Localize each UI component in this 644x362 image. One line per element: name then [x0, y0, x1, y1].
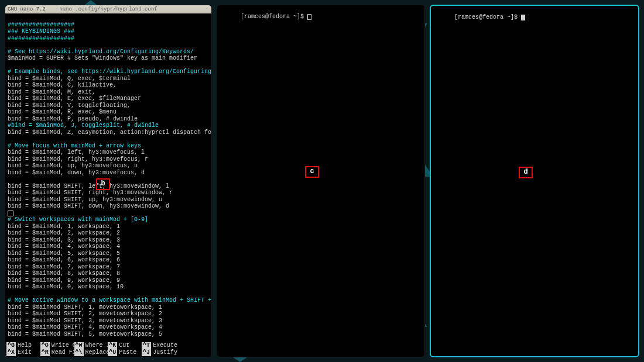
config-line: bind = $mainMod, R, exec, $menu	[8, 109, 117, 115]
config-line: bind = $mainMod, 7, workspace, 7	[8, 264, 120, 270]
config-line: bind = $mainMod SHIFT, right, hy3:movewi…	[8, 189, 173, 196]
config-line: bind = $mainMod, 5, workspace, 5	[8, 250, 120, 257]
config-line: bind = $mainMod, Q, exec, $terminal	[8, 75, 131, 82]
workspace: GNU nano 7.2 nano .config/hypr/hyprland.…	[0, 0, 644, 362]
config-line: bind = $mainMod SHIFT, 1, movetoworkspac…	[8, 304, 162, 311]
config-line: bind = $mainMod, 6, workspace, 6	[8, 257, 120, 263]
config-line: bind = $mainMod SHIFT, 3, movetoworkspac…	[8, 318, 162, 324]
config-line: bind = $mainMod SHIFT, up, hy3:movewindo…	[8, 196, 162, 203]
config-line: bind = $mainMod, M, exit,	[8, 89, 95, 95]
config-line: bind = $mainMod SHIFT, 4, movetoworkspac…	[8, 324, 162, 330]
config-line: bind = $mainMod, E, exec, $fileManager	[8, 95, 141, 102]
config-line: bind = $mainMod SHIFT, down, hy3:movewin…	[8, 203, 169, 209]
terminal-body-right[interactable]: [ramces@fedora ~]$ d	[431, 6, 638, 356]
nano-version: GNU nano 7.2	[8, 6, 46, 12]
marker-b: b	[96, 178, 110, 190]
terminal-nano[interactable]: GNU nano 7.2 nano .config/hypr/hyprland.…	[5, 5, 212, 357]
terminal-right-active[interactable]: [ramces@fedora ~]$ d	[430, 5, 639, 357]
comment-line: # See https://wiki.hyprland.org/Configur…	[8, 49, 194, 55]
config-line: bind = $mainMod, 2, workspace, 2	[8, 230, 120, 236]
config-line: bind = $mainMod SHIFT, 2, movetoworkspac…	[8, 311, 162, 317]
footer-help[interactable]: ^GHelp	[6, 342, 40, 349]
window-title: nano .config/hypr/hyprland.conf	[59, 6, 157, 12]
comment-line: # Switch workspaces with mainMod + [0-9]	[8, 216, 148, 223]
config-line: bind = $mainMod, 4, workspace, 4	[8, 243, 120, 250]
prompt: [ramces@fedora ~]$	[454, 14, 521, 20]
cursor	[8, 211, 13, 216]
footer-paste[interactable]: ^UPaste	[108, 349, 142, 356]
config-line: bind = $mainMod SHIFT, 5, movetoworkspac…	[8, 331, 162, 337]
terminal-center[interactable]: [ramces@fedora ~]$ c	[217, 5, 425, 357]
titlebar: GNU nano 7.2 nano .config/hypr/hyprland.…	[5, 5, 211, 13]
footer-execute[interactable]: ^TExecute	[142, 342, 176, 349]
marker-c: c	[305, 166, 319, 178]
decor-line: ###################	[8, 35, 74, 42]
footer-writeout[interactable]: ^OWrite Out	[40, 342, 74, 349]
nano-footer: ^GHelp ^OWrite Out ^WWhere Is ^KCut ^TEx…	[5, 342, 211, 357]
marker-d: d	[519, 167, 533, 178]
footer-exit[interactable]: ^XExit	[6, 349, 40, 356]
config-line: bind = $mainMod, V, togglefloating,	[8, 102, 131, 109]
config-line: bind = $mainMod, 0, workspace, 10	[8, 284, 124, 290]
decor-line: ### KEYBINDINGS ###	[8, 28, 74, 35]
config-line: bind = $mainMod, 9, workspace, 9	[8, 277, 120, 284]
cursor	[521, 15, 525, 20]
config-line: bind = $mainMod, 3, workspace, 3	[8, 237, 120, 243]
terminal-body-center[interactable]: [ramces@fedora ~]$ c	[217, 5, 424, 357]
cursor	[307, 14, 311, 20]
config-line: bind = $mainMod, 1, workspace, 1	[8, 223, 120, 230]
config-line: bind = $mainMod, up, hy3:movefocus, u	[8, 163, 138, 169]
footer-readfile[interactable]: ^RRead File	[40, 349, 74, 356]
config-line: bind = $mainMod, left, hy3:movefocus, l	[8, 149, 145, 156]
editor-body[interactable]: ################### ### KEYBINDINGS ### …	[5, 13, 211, 357]
config-line: bind = $mainMod, down, hy3:movefocus, d	[8, 170, 145, 176]
config-line: bind = $mainMod, right, hy3:movefocus, r	[8, 156, 148, 163]
comment-line: # Move focus with mainMod + arrow keys	[8, 143, 141, 149]
config-line: bind = $mainMod SHIFT, left, hy3:movewin…	[8, 183, 169, 189]
commented-config-line: #bind = $mainMod, J, togglesplit, # dwin…	[8, 122, 159, 129]
comment-line: # Move active window to a workspace with…	[8, 297, 211, 304]
footer-replace[interactable]: ^\Replace	[74, 349, 108, 356]
footer-cut[interactable]: ^KCut	[108, 342, 142, 349]
comment-line: # Example binds, see https://wiki.hyprla…	[8, 68, 211, 75]
config-line: $mainMod = SUPER # Sets "Windows" key as…	[8, 55, 197, 61]
config-line: bind = $mainMod, 8, workspace, 8	[8, 270, 120, 277]
config-line: bind = $mainMod, C, killactive,	[8, 82, 117, 88]
config-line: bind = $mainMod, Z, easymotion, action:h…	[8, 129, 211, 136]
decor-line: ###################	[8, 22, 74, 28]
config-line: bind = $mainMod, P, pseudo, # dwindle	[8, 116, 138, 122]
prompt: [ramces@fedora ~]$	[241, 13, 307, 20]
footer-justify[interactable]: ^JJustify	[142, 349, 176, 356]
footer-whereis[interactable]: ^WWhere Is	[74, 342, 108, 349]
